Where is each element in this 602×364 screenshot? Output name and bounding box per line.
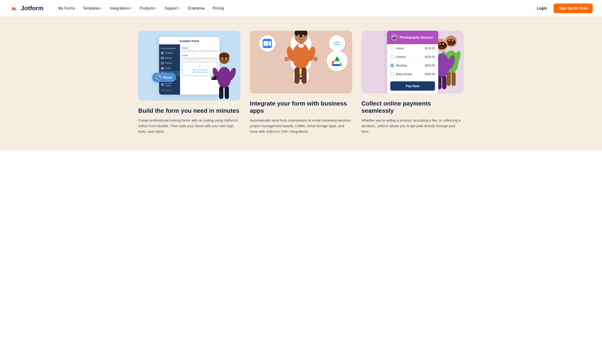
- radio-indoor: [390, 46, 394, 50]
- form-builder-illustration: Contact Form Form Elements T Textbox 📍 A…: [138, 31, 240, 101]
- phone-icon: 📞: [161, 62, 164, 65]
- salesforce-bubble: sales force: [329, 35, 345, 52]
- fe-multiple-select: ☑ Multiple Select: [159, 81, 180, 88]
- feature-heading-1: Build the form you need in minutes: [138, 107, 240, 114]
- svg-point-2: [219, 52, 229, 60]
- phone-chip-label: Phone: [163, 76, 172, 79]
- contact-form-title: Contact Form: [159, 37, 220, 44]
- login-button[interactable]: Login: [532, 4, 552, 13]
- svg-point-41: [446, 39, 456, 46]
- jotform-logo-icon: [9, 4, 19, 13]
- textbox-icon: T: [161, 52, 164, 54]
- nav-right: Login Sign Up for Free: [527, 3, 593, 13]
- svg-rect-27: [264, 41, 268, 46]
- option-price-babyshower: $200.00: [425, 73, 435, 76]
- feature-desc-3: Whether you're selling a product, accept…: [362, 118, 464, 134]
- svg-point-11: [211, 76, 213, 78]
- nav-templates[interactable]: Templates ▾: [80, 4, 105, 12]
- svg-rect-18: [294, 67, 300, 84]
- hero-section: Contact Form Form Elements T Textbox 📍 A…: [0, 17, 602, 151]
- camera-icon: 📷: [391, 34, 398, 41]
- option-label-outdoor: Outdoor: [396, 55, 406, 59]
- pay-now-button[interactable]: Pay Now: [390, 81, 435, 91]
- payment-option-indoor: Indoor $125.00: [387, 44, 438, 53]
- feature-heading-2: Integrate your form with business apps: [250, 100, 352, 114]
- payment-form-mock: 📷 Photography Session Indoor $125.00: [387, 31, 438, 94]
- navbar: Jotform My Forms Templates ▾ Integration…: [0, 0, 602, 17]
- person-illustration-1: [210, 50, 238, 101]
- svg-point-61: [453, 40, 453, 41]
- fe-textbox: T Textbox: [159, 51, 180, 56]
- svg-point-22: [299, 35, 299, 36]
- nav-products[interactable]: Products ▾: [136, 4, 160, 12]
- payments-illustration: 📷 Photography Session Indoor $125.00: [362, 31, 464, 94]
- phone-chip: 📞 Phone: [152, 73, 176, 82]
- svg-rect-19: [301, 67, 307, 84]
- option-label-wedding: Wedding: [396, 64, 407, 67]
- nav-myforms[interactable]: My Forms: [55, 4, 78, 12]
- option-label-indoor: Indoor: [396, 47, 404, 50]
- option-label-babyshower: Baby-shower: [396, 73, 412, 76]
- svg-point-9: [226, 58, 227, 59]
- svg-point-23: [303, 35, 304, 36]
- feature-desc-1: Create professional-looking forms with n…: [138, 118, 240, 134]
- multiple-select-icon: ☑: [161, 83, 164, 86]
- fe-phone: 📞 Phone: [159, 61, 180, 66]
- radio-babyshower: [390, 72, 394, 76]
- nav-support[interactable]: Support ▾: [161, 4, 183, 12]
- feature-card-form-builder: Contact Form Form Elements T Textbox 📍 A…: [138, 31, 240, 134]
- option-left-4: Baby-shower: [390, 72, 412, 76]
- feature-card-integrations: ✳ sales force: [250, 31, 352, 134]
- svg-rect-6: [219, 86, 223, 99]
- option-price-outdoor: $225.00: [425, 55, 435, 59]
- svg-point-24: [284, 57, 289, 61]
- radio-outdoor: [390, 55, 394, 59]
- svg-point-8: [222, 58, 223, 59]
- feature-heading-3: Collect online payments seamlessly: [362, 100, 464, 114]
- svg-rect-51: [442, 76, 446, 89]
- email-icon: ✉: [161, 67, 164, 70]
- brand-name: Jotform: [21, 5, 43, 12]
- svg-rect-7: [225, 86, 229, 99]
- option-left: Indoor: [390, 46, 404, 50]
- nav-divider: [528, 5, 528, 12]
- nav-links: My Forms Templates ▾ Integrations ▾ Prod…: [55, 4, 527, 12]
- integrations-chevron-icon: ▾: [130, 7, 132, 10]
- fe-more: 100+ more...: [159, 88, 180, 93]
- integrations-illustration: ✳ sales force: [250, 31, 352, 94]
- option-left-2: Outdoor: [390, 55, 406, 59]
- features-grid: Contact Form Form Elements T Textbox 📍 A…: [138, 31, 464, 134]
- fe-email: ✉ Email: [159, 66, 180, 71]
- nav-enterprise[interactable]: Enterprise: [185, 4, 208, 12]
- form-elements-sidebar: Form Elements T Textbox 📍 Adress 📞: [159, 44, 180, 95]
- payment-header: 📷 Photography Session: [387, 31, 438, 44]
- option-price-indoor: $125.00: [425, 47, 435, 50]
- person-illustration-2: [282, 31, 320, 94]
- svg-point-60: [449, 40, 450, 41]
- signup-button[interactable]: Sign Up for Free: [554, 3, 593, 13]
- option-left-3: Wedding: [390, 64, 407, 67]
- svg-point-57: [443, 43, 444, 44]
- feature-desc-2: Automatically send form submissions to e…: [250, 118, 352, 134]
- zoom-bubble: [259, 35, 275, 52]
- fe-address: 📍 Adress: [159, 56, 180, 61]
- nav-integrations[interactable]: Integrations ▾: [107, 4, 135, 12]
- option-price-wedding: $500.00: [425, 64, 435, 67]
- address-icon: 📍: [161, 57, 164, 60]
- name-first-input: [182, 50, 199, 52]
- payment-option-wedding: Wedding $500.00: [387, 61, 438, 70]
- feature-card-payments: 📷 Photography Session Indoor $125.00: [362, 31, 464, 134]
- svg-point-15: [298, 44, 304, 48]
- payment-option-babyshower: Baby-shower $200.00: [387, 70, 438, 79]
- name-label: Name: [182, 47, 218, 49]
- nav-pricing[interactable]: Pricing: [210, 4, 227, 12]
- templates-chevron-icon: ▾: [101, 7, 102, 10]
- gdrive-bubble: [327, 51, 347, 71]
- phone-chip-icon: 📞: [156, 75, 161, 80]
- payment-form-title: Photography Session: [400, 36, 433, 39]
- support-chevron-icon: ▾: [179, 7, 180, 10]
- svg-point-56: [440, 43, 441, 44]
- svg-rect-44: [452, 72, 456, 86]
- products-chevron-icon: ▾: [155, 7, 157, 10]
- logo-link[interactable]: Jotform: [9, 4, 43, 13]
